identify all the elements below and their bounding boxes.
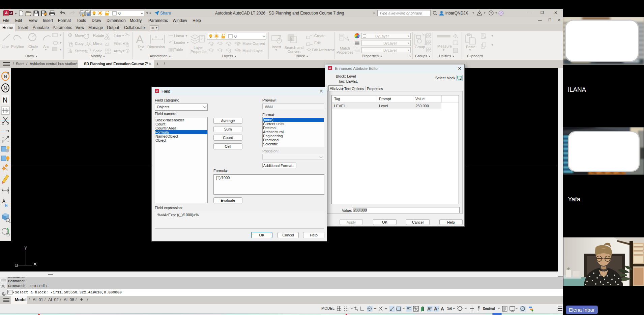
svg-text:Y: Y (24, 246, 27, 251)
svg-text:1:4: 1:4 (447, 307, 452, 311)
svg-text:N: N (3, 96, 7, 104)
svg-text:A: A (329, 66, 331, 70)
svg-text:A: A (434, 307, 437, 311)
svg-text:Decimal: Decimal (483, 307, 495, 311)
svg-text:?: ? (490, 11, 492, 15)
svg-text:LT: LT (9, 12, 12, 14)
svg-text:A: A (441, 307, 444, 311)
svg-text:N: N (4, 86, 7, 91)
svg-text:A: A (428, 307, 430, 311)
svg-text:N: N (4, 74, 7, 79)
svg-text:A: A (5, 11, 8, 15)
svg-text:A: A (156, 89, 158, 93)
svg-text:B: B (5, 203, 8, 208)
